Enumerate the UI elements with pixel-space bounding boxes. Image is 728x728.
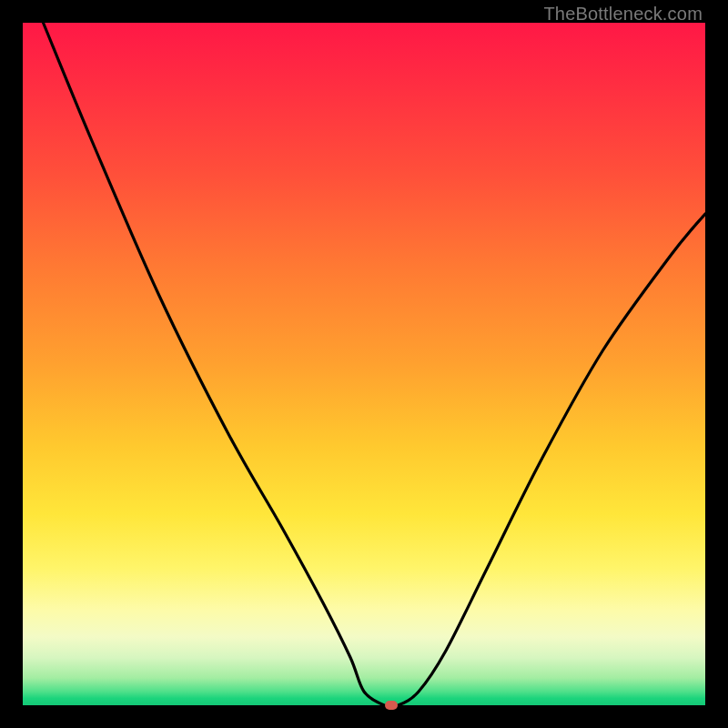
- chart-frame: TheBottleneck.com: [0, 0, 728, 728]
- plot-area: [23, 23, 705, 705]
- min-point-marker: [385, 701, 398, 710]
- watermark-text: TheBottleneck.com: [543, 4, 703, 25]
- bottleneck-curve: [23, 23, 705, 705]
